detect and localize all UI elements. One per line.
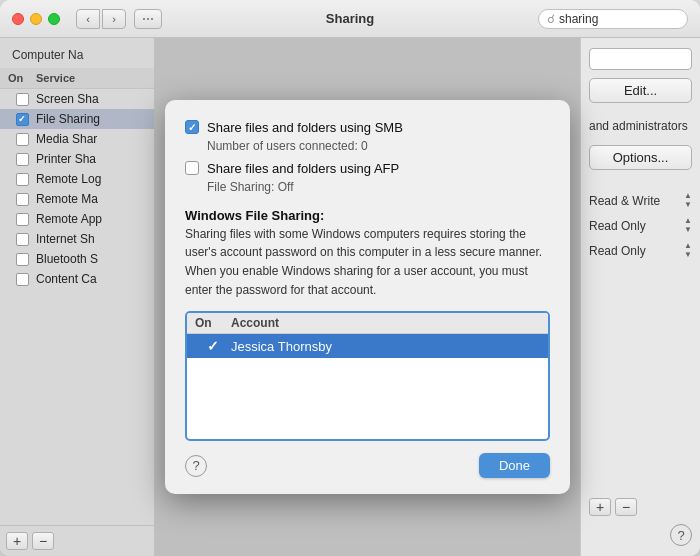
remove-share-button[interactable]: − bbox=[615, 498, 637, 516]
add-share-button[interactable]: + bbox=[589, 498, 611, 516]
permission-label-2: Read Only bbox=[589, 244, 680, 258]
stepper-up-0[interactable]: ▲ bbox=[684, 192, 692, 200]
smb-checkbox[interactable] bbox=[185, 120, 199, 134]
maximize-button[interactable] bbox=[48, 13, 60, 25]
modal-help-button[interactable]: ? bbox=[185, 455, 207, 477]
sidebar-item-internet-sharing[interactable]: Internet Sh bbox=[0, 229, 154, 249]
sidebar-check-printer-sharing bbox=[8, 153, 36, 166]
sidebar-check-remote-apple bbox=[8, 213, 36, 226]
modal-bottom: ? Done bbox=[185, 453, 550, 478]
sidebar-item-bluetooth-sharing[interactable]: Bluetooth S bbox=[0, 249, 154, 269]
checkbox-remote-login[interactable] bbox=[16, 173, 29, 186]
titlebar: ‹ › ⋯ Sharing ☌ bbox=[0, 0, 700, 38]
sidebar-item-remote-management[interactable]: Remote Ma bbox=[0, 189, 154, 209]
windows-section: Windows File Sharing: Sharing files with… bbox=[185, 208, 550, 299]
permission-stepper-0[interactable]: ▲ ▼ bbox=[684, 192, 692, 209]
modal-dialog: Share files and folders using SMB Number… bbox=[165, 100, 570, 494]
sidebar-rows: Screen Sha File Sharing Media Shar Print… bbox=[0, 89, 154, 525]
remove-service-button[interactable]: − bbox=[32, 532, 54, 550]
account-row-jessica[interactable]: ✓ Jessica Thornsby bbox=[187, 334, 548, 358]
sidebar-item-printer-sharing[interactable]: Printer Sha bbox=[0, 149, 154, 169]
search-input[interactable] bbox=[559, 12, 679, 26]
sidebar-label-remote-apple: Remote App bbox=[36, 212, 146, 226]
accounts-name-header: Account bbox=[231, 316, 540, 330]
permission-stepper-2[interactable]: ▲ ▼ bbox=[684, 242, 692, 259]
stepper-up-1[interactable]: ▲ bbox=[684, 217, 692, 225]
checkbox-remote-apple[interactable] bbox=[16, 213, 29, 226]
search-icon: ☌ bbox=[547, 12, 555, 26]
sidebar-item-content-caching[interactable]: Content Ca bbox=[0, 269, 154, 289]
sidebar-label-media-sharing: Media Shar bbox=[36, 132, 146, 146]
sidebar-label-content-caching: Content Ca bbox=[36, 272, 146, 286]
sidebar-check-content-caching bbox=[8, 273, 36, 286]
checkbox-bluetooth-sharing[interactable] bbox=[16, 253, 29, 266]
close-button[interactable] bbox=[12, 13, 24, 25]
forward-button[interactable]: › bbox=[102, 9, 126, 29]
windows-title: Windows File Sharing: bbox=[185, 208, 550, 223]
sidebar-service-header: Service bbox=[36, 72, 146, 84]
accounts-table: On Account ✓ Jessica Thornsby bbox=[185, 311, 550, 441]
grid-button[interactable]: ⋯ bbox=[134, 9, 162, 29]
back-button[interactable]: ‹ bbox=[76, 9, 100, 29]
right-panel: Edit... and administrators Options... Re… bbox=[580, 38, 700, 556]
right-help-button[interactable]: ? bbox=[670, 524, 692, 546]
sidebar-item-media-sharing[interactable]: Media Shar bbox=[0, 129, 154, 149]
account-name-jessica: Jessica Thornsby bbox=[231, 339, 332, 354]
add-service-button[interactable]: + bbox=[6, 532, 28, 550]
sidebar-check-internet-sharing bbox=[8, 233, 36, 246]
sidebar-check-remote-login bbox=[8, 173, 36, 186]
sidebar-label-screen-sharing: Screen Sha bbox=[36, 92, 146, 106]
content-area: Computer Na On Service Screen Sha File S… bbox=[0, 38, 700, 556]
permission-stepper-1[interactable]: ▲ ▼ bbox=[684, 217, 692, 234]
done-button[interactable]: Done bbox=[479, 453, 550, 478]
sidebar-check-remote-management bbox=[8, 193, 36, 206]
stepper-up-2[interactable]: ▲ bbox=[684, 242, 692, 250]
accounts-empty-space bbox=[187, 358, 548, 438]
window: ‹ › ⋯ Sharing ☌ Computer Na On Service S… bbox=[0, 0, 700, 556]
checkbox-printer-sharing[interactable] bbox=[16, 153, 29, 166]
smb-info: Number of users connected: 0 bbox=[207, 139, 550, 153]
computer-name-input[interactable] bbox=[589, 48, 692, 70]
afp-checkbox[interactable] bbox=[185, 161, 199, 175]
right-bottom: + − bbox=[589, 490, 692, 516]
sidebar-label-file-sharing: File Sharing bbox=[36, 112, 146, 126]
nav-buttons: ‹ › bbox=[76, 9, 126, 29]
windows-desc: Sharing files with some Windows computer… bbox=[185, 225, 550, 299]
permission-label-0: Read & Write bbox=[589, 194, 680, 208]
accounts-header: On Account bbox=[187, 313, 548, 334]
permission-label-1: Read Only bbox=[589, 219, 680, 233]
sidebar-item-remote-login[interactable]: Remote Log bbox=[0, 169, 154, 189]
checkbox-screen-sharing[interactable] bbox=[16, 93, 29, 106]
edit-button[interactable]: Edit... bbox=[589, 78, 692, 103]
sidebar-item-screen-sharing[interactable]: Screen Sha bbox=[0, 89, 154, 109]
checkbox-content-caching[interactable] bbox=[16, 273, 29, 286]
permission-row-2: Read Only ▲ ▼ bbox=[589, 242, 692, 259]
options-button[interactable]: Options... bbox=[589, 145, 692, 170]
smb-row: Share files and folders using SMB bbox=[185, 120, 550, 135]
sidebar-item-remote-apple[interactable]: Remote App bbox=[0, 209, 154, 229]
sidebar-bottom: + − bbox=[0, 525, 154, 556]
permission-row-1: Read Only ▲ ▼ bbox=[589, 217, 692, 234]
stepper-down-1[interactable]: ▼ bbox=[684, 226, 692, 234]
minimize-button[interactable] bbox=[30, 13, 42, 25]
sidebar-check-bluetooth-sharing bbox=[8, 253, 36, 266]
sidebar: Computer Na On Service Screen Sha File S… bbox=[0, 38, 155, 556]
permissions-section: Read & Write ▲ ▼ Read Only ▲ ▼ Read Only bbox=[589, 188, 692, 259]
admins-label: and administrators bbox=[589, 119, 692, 133]
sidebar-on-header: On bbox=[8, 72, 36, 84]
stepper-down-2[interactable]: ▼ bbox=[684, 251, 692, 259]
account-check-jessica: ✓ bbox=[195, 338, 231, 354]
traffic-lights bbox=[12, 13, 60, 25]
accounts-on-header: On bbox=[195, 316, 231, 330]
sidebar-header: On Service bbox=[0, 68, 154, 89]
checkbox-file-sharing[interactable] bbox=[16, 113, 29, 126]
stepper-down-0[interactable]: ▼ bbox=[684, 201, 692, 209]
checkbox-media-sharing[interactable] bbox=[16, 133, 29, 146]
afp-info: File Sharing: Off bbox=[207, 180, 550, 194]
sidebar-label-printer-sharing: Printer Sha bbox=[36, 152, 146, 166]
sidebar-item-file-sharing[interactable]: File Sharing bbox=[0, 109, 154, 129]
checkbox-remote-management[interactable] bbox=[16, 193, 29, 206]
checkbox-internet-sharing[interactable] bbox=[16, 233, 29, 246]
permission-row-0: Read & Write ▲ ▼ bbox=[589, 192, 692, 209]
search-box[interactable]: ☌ bbox=[538, 9, 688, 29]
